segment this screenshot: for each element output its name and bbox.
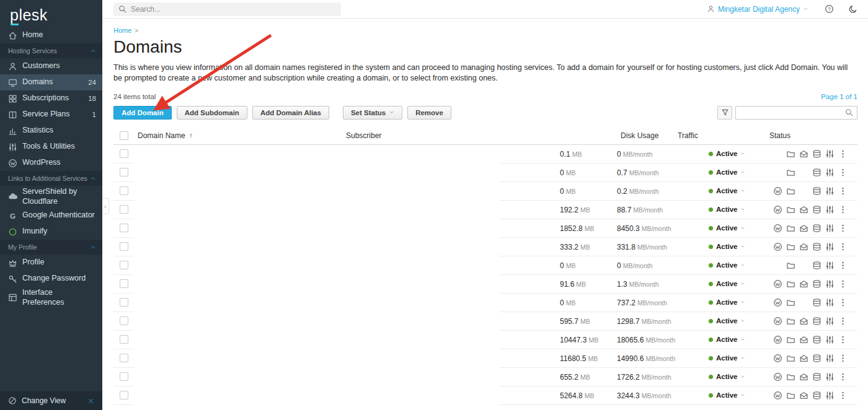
table-search[interactable] <box>735 106 857 120</box>
wordpress-icon[interactable] <box>771 186 784 196</box>
folder-icon[interactable] <box>784 335 797 344</box>
global-search-input[interactable] <box>131 5 336 14</box>
kebab-icon[interactable] <box>836 279 849 289</box>
sidebar-item-statistics[interactable]: Statistics <box>0 123 102 139</box>
folder-icon[interactable] <box>784 354 797 363</box>
kebab-icon[interactable] <box>836 186 849 196</box>
breadcrumb-home-link[interactable]: Home <box>113 27 131 34</box>
status-dropdown[interactable]: Active <box>709 243 769 250</box>
sliders-icon[interactable] <box>823 391 836 400</box>
sidebar-item-customers[interactable]: Customers <box>0 58 102 74</box>
row-checkbox[interactable] <box>120 391 128 399</box>
kebab-icon[interactable] <box>836 298 849 307</box>
sidebar-item-google-authenticator[interactable]: GGoogle Authenticator <box>0 207 102 224</box>
database-icon[interactable] <box>810 205 823 214</box>
row-checkbox[interactable] <box>120 186 128 195</box>
header-status[interactable]: Status <box>769 131 830 140</box>
sidebar-item-tools-utilities[interactable]: Tools & Utilities <box>0 139 102 155</box>
kebab-icon[interactable] <box>836 391 849 400</box>
database-icon[interactable] <box>810 298 823 307</box>
database-icon[interactable] <box>810 316 823 326</box>
status-dropdown[interactable]: Active <box>709 150 769 157</box>
kebab-icon[interactable] <box>836 242 849 251</box>
row-checkbox[interactable] <box>120 298 128 307</box>
folder-icon[interactable] <box>784 205 797 214</box>
kebab-icon[interactable] <box>836 354 849 363</box>
mail-icon[interactable] <box>797 242 810 251</box>
sidebar-item-imunify[interactable]: Imunify <box>0 224 102 240</box>
row-checkbox[interactable] <box>120 335 128 344</box>
row-checkbox[interactable] <box>120 354 128 362</box>
sliders-icon[interactable] <box>823 224 836 233</box>
kebab-icon[interactable] <box>836 168 849 177</box>
sliders-icon[interactable] <box>823 242 836 251</box>
status-dropdown[interactable]: Active <box>709 280 769 287</box>
wordpress-icon[interactable] <box>771 224 784 233</box>
wordpress-icon[interactable] <box>771 391 784 400</box>
row-checkbox[interactable] <box>120 372 128 381</box>
sidebar-item-servershield-by-cloudflare[interactable]: ServerShield by Cloudflare <box>0 186 102 207</box>
kebab-icon[interactable] <box>836 372 849 382</box>
kebab-icon[interactable] <box>836 261 849 270</box>
mail-icon[interactable] <box>797 335 810 344</box>
pagination[interactable]: Page 1 of 1 <box>821 93 857 100</box>
mail-icon[interactable] <box>797 205 810 214</box>
folder-icon[interactable] <box>784 372 797 382</box>
folder-icon[interactable] <box>784 224 797 233</box>
sidebar-item-change-password[interactable]: Change Password <box>0 271 102 287</box>
sliders-icon[interactable] <box>823 298 836 307</box>
database-icon[interactable] <box>810 391 823 400</box>
moon-icon[interactable] <box>849 4 858 14</box>
mail-icon[interactable] <box>797 279 810 289</box>
mail-icon[interactable] <box>797 224 810 233</box>
wordpress-icon[interactable] <box>771 372 784 382</box>
wordpress-icon[interactable] <box>771 242 784 251</box>
sliders-icon[interactable] <box>823 279 836 289</box>
add-domain-alias-button[interactable]: Add Domain Alias <box>252 106 329 120</box>
help-icon[interactable]: ? <box>825 4 834 14</box>
status-dropdown[interactable]: Active <box>709 391 769 399</box>
sidebar-item-profile[interactable]: Profile <box>0 255 102 271</box>
folder-icon[interactable] <box>784 242 797 251</box>
folder-icon[interactable] <box>784 149 797 159</box>
mail-icon[interactable] <box>797 149 810 159</box>
sliders-icon[interactable] <box>823 354 836 363</box>
kebab-icon[interactable] <box>836 205 849 214</box>
status-dropdown[interactable]: Active <box>709 187 769 194</box>
sidebar-item-service-plans[interactable]: Service Plans1 <box>0 107 102 123</box>
database-icon[interactable] <box>810 335 823 344</box>
row-checkbox[interactable] <box>120 279 128 288</box>
database-icon[interactable] <box>810 168 823 177</box>
mail-icon[interactable] <box>797 354 810 363</box>
mail-icon[interactable] <box>797 372 810 382</box>
sliders-icon[interactable] <box>823 261 836 270</box>
database-icon[interactable] <box>810 372 823 382</box>
status-dropdown[interactable]: Active <box>709 168 769 176</box>
status-dropdown[interactable]: Active <box>709 373 769 380</box>
close-icon[interactable] <box>87 398 94 404</box>
add-domain-button[interactable]: Add Domain <box>113 106 172 120</box>
change-view-button[interactable]: Change View <box>0 391 102 410</box>
row-checkbox[interactable] <box>120 168 128 177</box>
database-icon[interactable] <box>810 149 823 159</box>
header-domain-name[interactable]: Domain Name <box>134 131 342 140</box>
user-menu-button[interactable]: Mingketar Digital Agency <box>707 5 808 14</box>
database-icon[interactable] <box>810 261 823 270</box>
table-search-input[interactable] <box>740 108 845 117</box>
sliders-icon[interactable] <box>823 205 836 214</box>
sidebar-item-wordpress[interactable]: WordPress <box>0 155 102 171</box>
sliders-icon[interactable] <box>823 168 836 177</box>
set-status-button[interactable]: Set Status <box>343 106 402 120</box>
sliders-icon[interactable] <box>823 316 836 326</box>
kebab-icon[interactable] <box>836 149 849 159</box>
header-traffic[interactable]: Traffic <box>678 131 769 140</box>
database-icon[interactable] <box>810 279 823 289</box>
status-dropdown[interactable]: Active <box>709 261 769 269</box>
kebab-icon[interactable] <box>836 316 849 326</box>
header-subscriber[interactable]: Subscriber <box>342 131 560 140</box>
wordpress-icon[interactable] <box>771 316 784 326</box>
global-search[interactable] <box>113 2 341 16</box>
mail-icon[interactable] <box>797 391 810 400</box>
sidebar-section-header[interactable]: Hosting Services <box>0 43 102 58</box>
wordpress-icon[interactable] <box>771 335 784 344</box>
